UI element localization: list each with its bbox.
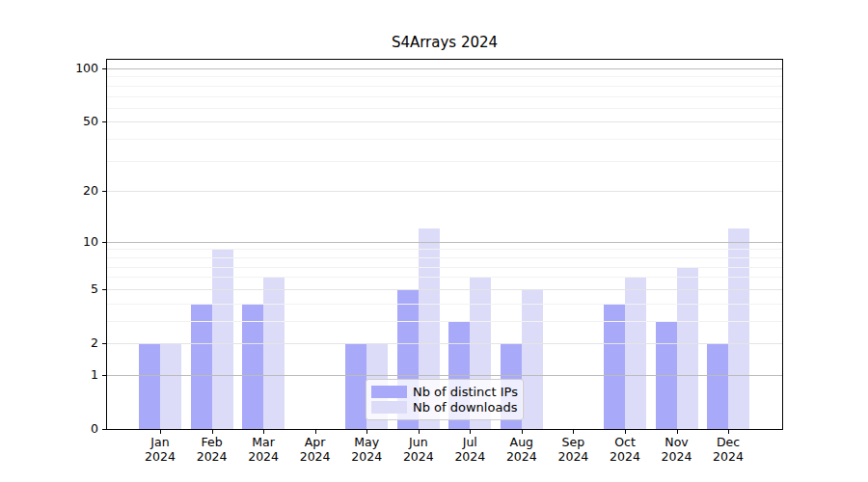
bar-downloads-jan bbox=[160, 343, 181, 429]
legend-label-distinct-ips: Nb of distinct IPs bbox=[413, 385, 518, 399]
x-tick-nov bbox=[677, 430, 678, 434]
legend-swatch-downloads bbox=[371, 401, 407, 414]
gridline-100 bbox=[107, 68, 782, 69]
gridline-70 bbox=[107, 96, 782, 97]
bar-ips-may bbox=[345, 343, 366, 429]
gridline-1 bbox=[107, 375, 782, 376]
gridline-8 bbox=[107, 257, 782, 258]
x-tick-jun bbox=[419, 430, 420, 434]
gridline-30 bbox=[107, 161, 782, 162]
legend-item-distinct-ips: Nb of distinct IPs bbox=[371, 384, 517, 400]
x-tick-feb bbox=[212, 430, 213, 434]
y-tick-label-2: 2 bbox=[7, 335, 98, 351]
gridline-80 bbox=[107, 86, 782, 87]
y-tick-100 bbox=[102, 68, 106, 69]
bar-ips-dec bbox=[707, 343, 728, 429]
y-tick-label-10: 10 bbox=[7, 234, 98, 250]
bar-downloads-nov bbox=[677, 267, 698, 430]
y-tick-10 bbox=[102, 242, 106, 243]
gridline-3 bbox=[107, 321, 782, 322]
gridline-7 bbox=[107, 267, 782, 268]
gridline-9 bbox=[107, 249, 782, 250]
gridline-40 bbox=[107, 139, 782, 140]
gridline-60 bbox=[107, 108, 782, 109]
gridline-5 bbox=[107, 289, 782, 290]
legend: Nb of distinct IPs Nb of downloads bbox=[366, 379, 524, 420]
bar-downloads-oct bbox=[625, 277, 646, 429]
x-tick-aug bbox=[522, 430, 523, 434]
y-tick-5 bbox=[102, 289, 106, 290]
x-tick-year: 2024 bbox=[697, 449, 759, 464]
y-tick-50 bbox=[102, 121, 106, 122]
bar-downloads-dec bbox=[728, 228, 749, 429]
y-tick-label-50: 50 bbox=[7, 114, 98, 129]
gridline-20 bbox=[107, 191, 782, 192]
x-tick-may bbox=[366, 430, 367, 434]
gridline-90 bbox=[107, 76, 782, 77]
y-tick-label-0: 0 bbox=[7, 421, 98, 437]
bar-downloads-mar bbox=[263, 277, 285, 429]
y-tick-label-5: 5 bbox=[7, 281, 98, 297]
legend-label-downloads: Nb of downloads bbox=[413, 400, 517, 415]
bar-ips-oct bbox=[604, 304, 625, 429]
x-tick-sep bbox=[573, 430, 574, 434]
x-tick-label-dec: Dec2024 bbox=[697, 435, 759, 464]
y-tick-0 bbox=[102, 429, 106, 430]
y-tick-2 bbox=[102, 343, 106, 344]
bar-ips-feb bbox=[191, 304, 212, 429]
gridline-50 bbox=[107, 121, 782, 122]
x-tick-apr bbox=[315, 430, 316, 434]
bar-ips-mar bbox=[242, 304, 263, 429]
y-tick-1 bbox=[102, 375, 106, 376]
bar-ips-jan bbox=[139, 343, 160, 429]
chart-title: S4Arrays 2024 bbox=[106, 34, 783, 51]
y-tick-label-100: 100 bbox=[7, 61, 98, 76]
y-tick-label-20: 20 bbox=[7, 183, 98, 199]
x-tick-mar bbox=[263, 430, 264, 434]
legend-item-downloads: Nb of downloads bbox=[371, 400, 517, 416]
plot-area: Nb of distinct IPs Nb of downloads bbox=[106, 59, 783, 430]
x-tick-dec bbox=[728, 430, 729, 434]
x-tick-oct bbox=[625, 430, 626, 434]
legend-swatch-distinct-ips bbox=[371, 386, 407, 398]
x-tick-month: Dec bbox=[697, 435, 759, 449]
y-tick-20 bbox=[102, 191, 106, 192]
download-stats-figure: S4Arrays 2024 Nb of distinct IPs Nb of d… bbox=[0, 0, 868, 482]
y-tick-label-1: 1 bbox=[7, 367, 98, 383]
gridline-4 bbox=[107, 304, 782, 305]
x-tick-jan bbox=[160, 430, 161, 434]
gridline-10 bbox=[107, 242, 782, 243]
gridline-6 bbox=[107, 277, 782, 278]
bar-downloads-aug bbox=[522, 289, 543, 429]
x-tick-jul bbox=[470, 430, 471, 434]
gridline-2 bbox=[107, 343, 782, 344]
